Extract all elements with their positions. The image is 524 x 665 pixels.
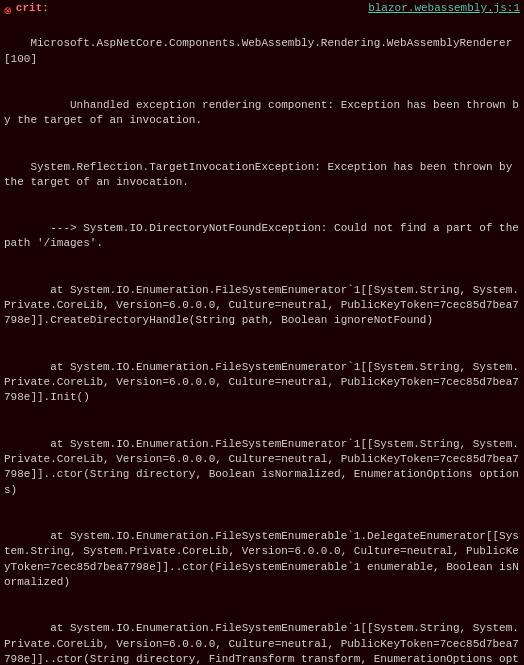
renderer-line: Microsoft.AspNetCore.Components.WebAssem… [4, 37, 512, 64]
targetinvocation-line: System.Reflection.TargetInvocationExcept… [4, 161, 519, 188]
at-line-2: at System.IO.Enumeration.FileSystemEnume… [4, 361, 519, 404]
error-icon: ⊗ [4, 3, 12, 19]
error-console: ⊗ crit: blazor.webassembly.js:1 Microsof… [0, 0, 524, 665]
error-body: Microsoft.AspNetCore.Components.WebAssem… [4, 21, 520, 665]
at-line-3: at System.IO.Enumeration.FileSystemEnume… [4, 438, 519, 496]
inner-exception-line: ---> System.IO.DirectoryNotFoundExceptio… [4, 222, 524, 249]
error-header-row: ⊗ crit: blazor.webassembly.js:1 [4, 2, 520, 19]
file-link[interactable]: blazor.webassembly.js:1 [368, 2, 520, 14]
at-line-4: at System.IO.Enumeration.FileSystemEnume… [4, 530, 519, 588]
at-line-1: at System.IO.Enumeration.FileSystemEnume… [4, 284, 519, 327]
at-line-5: at System.IO.Enumeration.FileSystemEnume… [4, 622, 519, 665]
unhandled-line: Unhandled exception rendering component:… [4, 99, 519, 126]
crit-label: crit: [16, 2, 49, 14]
